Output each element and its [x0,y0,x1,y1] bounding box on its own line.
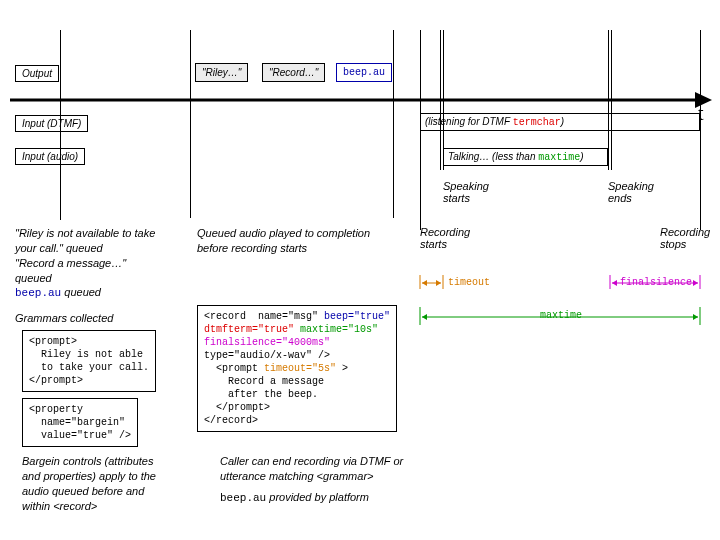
code-property: <property name="bargein" value="true" /> [22,398,138,447]
cr-final: finalsilence="4000ms" [204,337,330,348]
br1: Caller can end recording via DTMF or [220,454,450,469]
bl1: Bargein controls (attributes [22,454,197,469]
grammars-label: Grammars collected [15,312,113,324]
svg-marker-4 [436,280,441,286]
svg-marker-13 [422,314,427,320]
midnote-l2: before recording starts [197,241,397,256]
span-finalsilence-label: finalsilence [620,277,692,288]
br-beep: beep.au [220,492,266,504]
bottom-left-notes: Bargein controls (attributes and propert… [22,454,197,513]
cr-open: <record name="msg" [204,311,324,322]
span-timeout-label: timeout [448,277,490,288]
chip-riley: "Riley…" [195,63,248,82]
dtmf-suffix: ) [561,116,564,127]
bl3: audio queued before and [22,484,197,499]
cr-type: type="audio/x-wav" /> [204,350,330,361]
label-speaking-starts: Speaking starts [443,180,503,204]
bl4: within <record> [22,499,197,514]
svg-marker-3 [422,280,427,286]
leftnote-beep-q: queued [61,286,101,298]
dtmf-prefix: (listening for DTMF [425,116,513,127]
row-label-input-dtmf: Input (DTMF) [15,115,88,132]
vline-speaking-ends [608,30,612,170]
dtmf-listening-bar: (listening for DTMF termchar) [420,113,700,131]
vline-left [60,30,61,220]
audio-prefix: Talking… (less than [448,151,538,162]
termchar-text: termchar [513,117,561,128]
vline-speaking-starts [440,30,444,170]
chip-beep: beep.au [336,63,392,82]
span-maxtime-label: maxtime [540,310,582,321]
cr-close: </record> [204,415,258,426]
mid-notes: Queued audio played to completion before… [197,226,397,256]
vline-prompts-end [393,30,394,218]
br2: utterance matching <grammar> [220,469,450,484]
row-label-input-audio: Input (audio) [15,148,85,165]
svg-marker-8 [612,280,617,286]
chip-record: "Record…" [262,63,325,82]
cr-max: maxtime="10s" [300,324,378,335]
code-record: <record name="msg" beep="true" dtmfterm=… [197,305,397,432]
midnote-l1: Queued audio played to completion [197,226,397,241]
audio-talking-bar: Talking… (less than maxtime) [443,148,608,166]
br-beep-tail: provided by platform [266,491,369,503]
vline-recording-stops [700,30,701,230]
cr-popen: <prompt [204,363,264,374]
svg-marker-14 [693,314,698,320]
leftnote-l1: "Riley is not available to take [15,226,185,241]
left-notes: "Riley is not available to take your cal… [15,226,185,301]
cr-popen-end: > [336,363,348,374]
leftnote-l3: "Record a message…" [15,256,185,271]
leftnote-l4: queued [15,271,185,286]
label-recording-stops: Recording stops [660,226,720,250]
leftnote-l2: your call." queued [15,241,185,256]
bl2: and properties) apply to the [22,469,197,484]
code-prompt: <prompt> Riley is not able to take your … [22,330,156,392]
cr-pclose: </prompt> [204,402,270,413]
cr-timeout: timeout="5s" [264,363,336,374]
vline-recording-starts [420,30,421,230]
maxtime-inline: maxtime [538,152,580,163]
cr-pbody: Record a message after the beep. [204,376,324,400]
label-recording-starts: Recording starts [420,226,480,250]
leftnote-beep: beep.au [15,287,61,299]
svg-marker-9 [693,280,698,286]
cr-dtmf: dtmfterm="true" [204,324,294,335]
audio-suffix: ) [580,151,583,162]
vline-prompts-start [190,30,191,218]
row-label-output: Output [15,65,59,82]
bottom-right-notes: Caller can end recording via DTMF or utt… [220,454,450,506]
time-axis-arrow [10,90,710,110]
label-speaking-ends: Speaking ends [608,180,668,204]
cr-beep: beep="true" [324,311,390,322]
